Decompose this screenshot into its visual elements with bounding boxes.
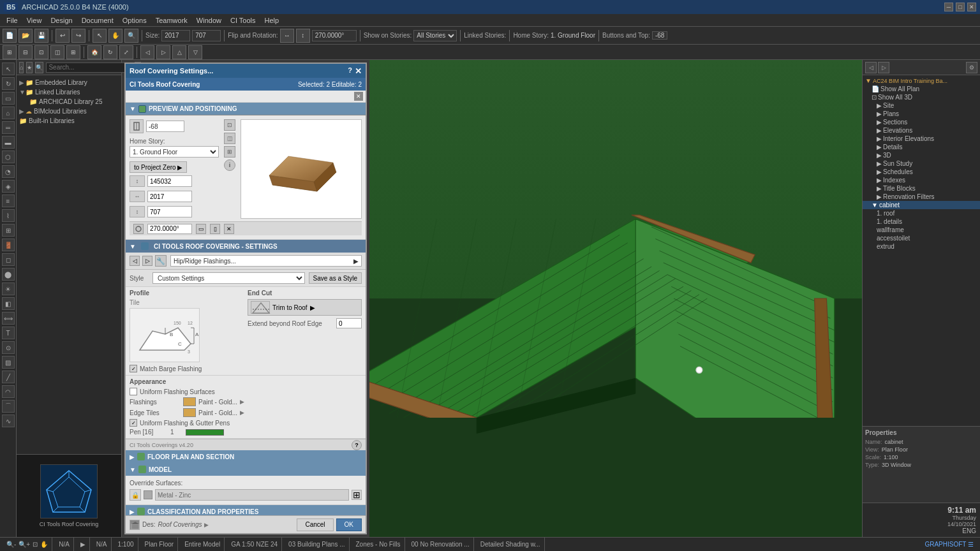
preview-top-btn[interactable]: ⊞ (224, 146, 235, 158)
sec-btn2[interactable]: ↻ (103, 45, 117, 59)
tree-schedules[interactable]: ▶ Schedules (863, 168, 980, 176)
menu-teamwork[interactable]: Teamwork (152, 16, 191, 25)
lib-home-btn[interactable]: ⌂ (19, 62, 24, 73)
tool-fill[interactable]: ▨ (2, 356, 15, 369)
preview-3d-btn[interactable]: ⊡ (224, 119, 235, 131)
stories-select[interactable]: All Stories (413, 30, 457, 41)
tree-renovation-filters[interactable]: ▶ Renovation Filters (863, 193, 980, 201)
redo-btn[interactable]: ↪ (71, 29, 85, 43)
menu-window[interactable]: Window (193, 16, 225, 25)
section-close-btn[interactable]: ✕ (354, 92, 363, 101)
tree-archicad-lib[interactable]: 📁 ARCHICAD Library 25 (17, 97, 121, 107)
menu-view[interactable]: View (23, 16, 46, 25)
tool-column[interactable]: ⌂ (2, 107, 15, 119)
rotation-angle-input[interactable] (147, 224, 192, 234)
settings-section-header[interactable]: ▼ CI TOOLS ROOF COVERING - SETTINGS (126, 240, 366, 253)
tree-details[interactable]: ▶ Details (863, 143, 980, 151)
preview-section-header[interactable]: ▼ PREVIEW AND POSITIONING (126, 103, 366, 115)
tree-root[interactable]: ▼ AC24 BIM Intro Training Ba... (863, 77, 980, 85)
rotation-input[interactable] (312, 30, 357, 41)
view-btn3[interactable]: ⊡ (34, 45, 48, 59)
tree-bimcloud[interactable]: ▶ ☁ BIMcloud Libraries (17, 107, 121, 116)
tree-extrud[interactable]: extrud (863, 242, 980, 251)
flip-v-btn[interactable]: ↕ (296, 29, 310, 43)
tree-indexes[interactable]: ▶ Indexes (863, 176, 980, 184)
ok-button[interactable]: OK (336, 518, 362, 531)
lock-button[interactable]: 🔒 (130, 489, 141, 501)
reset-rotation-btn[interactable]: ✕ (224, 224, 234, 234)
tree-accesstoilet[interactable]: accesstoilet (863, 234, 980, 242)
library-search[interactable] (46, 62, 132, 73)
nav-hip-ridge-dropdown[interactable]: Hip/Ridge Flashings... ▶ (170, 255, 362, 267)
nav-btn4[interactable]: ▽ (188, 45, 202, 59)
lib-search-btn[interactable]: 🔍 (35, 62, 43, 73)
tool-beam[interactable]: ═ (2, 121, 15, 134)
tree-wallframe[interactable]: wallframe (863, 226, 980, 234)
size-h-input[interactable] (192, 30, 221, 41)
tree-sun-study[interactable]: ▶ Sun Study (863, 159, 980, 168)
add-surface-btn[interactable]: ⊞ (352, 490, 362, 500)
status-pan-btn[interactable]: ✋ (40, 541, 48, 548)
nav-btn2[interactable]: ▷ (156, 45, 170, 59)
tool-text[interactable]: T (2, 327, 15, 339)
tree-site[interactable]: ▶ Site (863, 101, 980, 110)
model-section-header[interactable]: ▼ MODEL (126, 463, 366, 476)
preview-front-btn[interactable]: ◫ (224, 133, 235, 144)
tree-linked-libraries[interactable]: ▼ 📁 Linked Libraries (17, 87, 121, 97)
dim2-input[interactable] (147, 191, 192, 202)
cancel-button[interactable]: Cancel (297, 518, 333, 531)
maximize-button[interactable]: □ (956, 3, 965, 11)
tool-morph[interactable]: ◈ (2, 180, 15, 193)
footer-dropdown-icon[interactable]: ▶ (204, 522, 209, 528)
tree-details2[interactable]: 1. details (863, 217, 980, 226)
tool-arc[interactable]: ◠ (2, 385, 15, 398)
tool-roof[interactable]: ⬡ (2, 151, 15, 163)
nav-next-btn[interactable]: ▷ (142, 256, 152, 266)
match-barge-checkbox[interactable]: ✓ (130, 365, 137, 372)
tool-object[interactable]: ⬤ (2, 268, 15, 281)
uniform-flashing-checkbox[interactable] (130, 388, 137, 395)
floor-plan-section-header[interactable]: ▶ FLOOR PLAN AND SECTION (126, 450, 366, 463)
save-btn[interactable]: 💾 (34, 29, 48, 43)
lib-star-btn[interactable]: ★ (26, 62, 33, 73)
help-button[interactable]: ? (352, 440, 362, 450)
pointer-tool[interactable]: ↖ (93, 29, 107, 43)
extend-input[interactable] (336, 318, 362, 328)
style-select[interactable]: Custom Settings (152, 272, 305, 284)
nav-home-btn[interactable]: ◁ (865, 62, 877, 73)
dialog-close-button[interactable]: ✕ (355, 66, 362, 76)
tree-sections[interactable]: ▶ Sections (863, 118, 980, 126)
status-fit-btn[interactable]: ⊡ (33, 541, 38, 548)
tree-show-all-3d[interactable]: ⊡ Show All 3D (863, 93, 980, 101)
dialog-help-icon[interactable]: ? (348, 66, 352, 76)
view-btn4[interactable]: ◫ (50, 45, 64, 59)
edge-tiles-dropdown-icon[interactable]: ▶ (240, 409, 244, 416)
menu-help[interactable]: Help (261, 16, 283, 25)
size-w-input[interactable] (161, 30, 190, 41)
tool-slab[interactable]: ▬ (2, 136, 15, 149)
nav-btn3[interactable]: △ (172, 45, 186, 59)
tree-embedded-library[interactable]: ▶ 📁 Embedded Library (17, 78, 121, 87)
minimize-button[interactable]: ─ (944, 3, 953, 11)
dim3-input[interactable] (147, 206, 192, 217)
tool-curtain[interactable]: ⊞ (2, 224, 15, 237)
view-btn2[interactable]: ⊟ (19, 45, 33, 59)
tool-railing[interactable]: ⌇ (2, 209, 15, 222)
tree-cabinet[interactable]: ▼ cabinet (863, 201, 980, 209)
view-btn5[interactable]: ⊞ (66, 45, 80, 59)
undo-btn[interactable]: ↩ (56, 29, 70, 43)
tool-stair[interactable]: ≡ (2, 195, 15, 207)
sec-btn1[interactable]: 🏠 (87, 45, 101, 59)
menu-document[interactable]: Document (78, 16, 117, 25)
nav-prev-btn[interactable]: ◁ (130, 256, 140, 266)
preview-info-btn[interactable]: i (224, 159, 235, 171)
new-btn[interactable]: 📄 (3, 29, 17, 43)
menu-design[interactable]: Design (47, 16, 76, 25)
flashings-dropdown-icon[interactable]: ▶ (240, 399, 244, 405)
sec-btn3[interactable]: ⤢ (119, 45, 133, 59)
menu-file[interactable]: File (3, 16, 22, 25)
tool-label[interactable]: ⊙ (2, 341, 15, 354)
tree-builtin[interactable]: 📁 Built-in Libraries (17, 116, 121, 126)
flashings-color-swatch[interactable] (183, 397, 196, 406)
dialog-title-bar[interactable]: Roof Covering Settings... ? ✕ (126, 64, 366, 78)
